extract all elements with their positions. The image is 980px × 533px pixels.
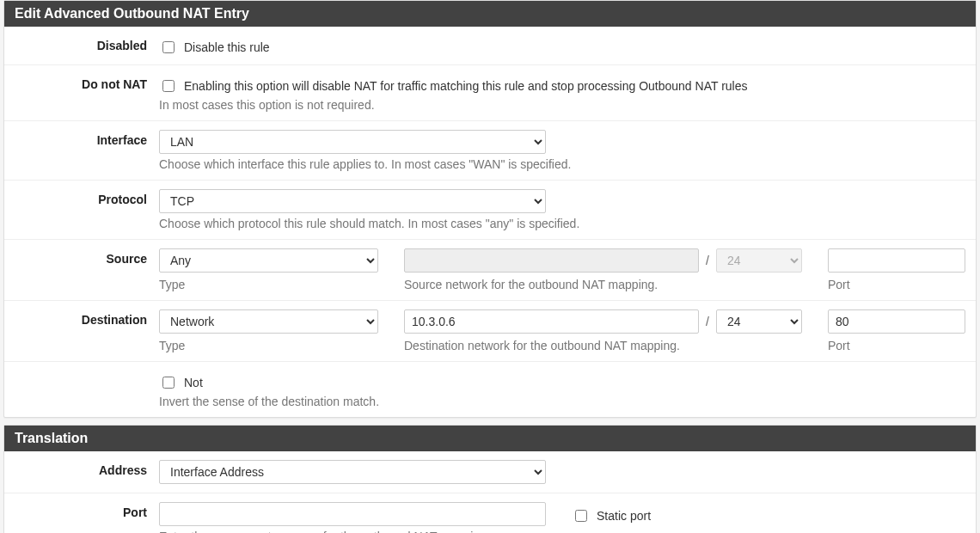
label-do-not-nat: Do not NAT: [4, 74, 159, 91]
input-source-port[interactable]: [828, 248, 965, 273]
checkbox-static-port-label: Static port: [597, 509, 651, 523]
help-not: Invert the sense of the destination matc…: [159, 395, 965, 408]
help-do-not-nat: In most cases this option is not require…: [159, 98, 965, 112]
label-interface: Interface: [4, 130, 159, 147]
select-protocol[interactable]: TCP: [159, 189, 546, 213]
row-protocol: Protocol TCP Choose which protocol this …: [4, 181, 976, 240]
label-protocol: Protocol: [4, 189, 159, 206]
row-disabled: Disabled Disable this rule: [4, 27, 976, 65]
label-translation-port: Port: [4, 502, 159, 519]
select-interface[interactable]: LAN: [159, 130, 546, 154]
panel-heading-edit-nat: Edit Advanced Outbound NAT Entry: [4, 1, 976, 27]
input-source-network[interactable]: [404, 248, 699, 273]
panel-translation: Translation Address Interface Address Po…: [3, 425, 977, 533]
row-not: Not Invert the sense of the destination …: [4, 362, 976, 417]
row-source: Source Any Type / 24: [4, 240, 976, 301]
select-source-cidr[interactable]: 24: [716, 248, 802, 273]
input-destination-port[interactable]: [828, 309, 965, 334]
help-destination-type: Type: [159, 339, 378, 352]
input-destination-network[interactable]: [404, 309, 699, 334]
checkbox-static-port[interactable]: [575, 510, 587, 522]
help-source-port: Port: [828, 278, 965, 291]
help-protocol: Choose which protocol this rule should m…: [159, 217, 965, 230]
label-disabled: Disabled: [4, 35, 159, 52]
help-destination-port: Port: [828, 339, 965, 352]
input-translation-port[interactable]: [159, 502, 546, 526]
help-translation-port: Enter the source port or range for the o…: [159, 530, 965, 533]
checkbox-disabled[interactable]: [162, 41, 175, 53]
row-do-not-nat: Do not NAT Enabling this option will dis…: [4, 65, 976, 121]
checkbox-do-not-nat[interactable]: [162, 80, 175, 92]
select-translation-address[interactable]: Interface Address: [159, 460, 546, 484]
row-translation-port: Port Static port Enter the source port o…: [4, 493, 976, 533]
row-translation-address: Address Interface Address: [4, 451, 976, 493]
help-destination-network: Destination network for the outbound NAT…: [404, 339, 802, 352]
slash-destination: /: [704, 315, 711, 328]
panel-heading-translation: Translation: [4, 426, 976, 451]
label-destination: Destination: [4, 309, 159, 327]
slash-source: /: [704, 254, 711, 267]
checkbox-not-label: Not: [184, 376, 203, 389]
row-interface: Interface LAN Choose which interface thi…: [4, 121, 976, 181]
label-source: Source: [4, 248, 159, 266]
help-source-network: Source network for the outbound NAT mapp…: [404, 278, 802, 291]
label-translation-address: Address: [4, 460, 159, 477]
panel-edit-nat-entry: Edit Advanced Outbound NAT Entry Disable…: [3, 0, 977, 418]
checkbox-do-not-nat-label: Enabling this option will disable NAT fo…: [184, 79, 748, 93]
checkbox-not[interactable]: [162, 377, 175, 389]
checkbox-disabled-label: Disable this rule: [184, 40, 270, 54]
row-destination: Destination Network Type / 24: [4, 301, 976, 362]
label-not-empty: [4, 371, 159, 374]
select-source-type[interactable]: Any: [159, 248, 378, 273]
select-destination-type[interactable]: Network: [159, 309, 378, 334]
help-interface: Choose which interface this rule applies…: [159, 157, 965, 171]
select-destination-cidr[interactable]: 24: [716, 309, 802, 334]
help-source-type: Type: [159, 278, 378, 291]
